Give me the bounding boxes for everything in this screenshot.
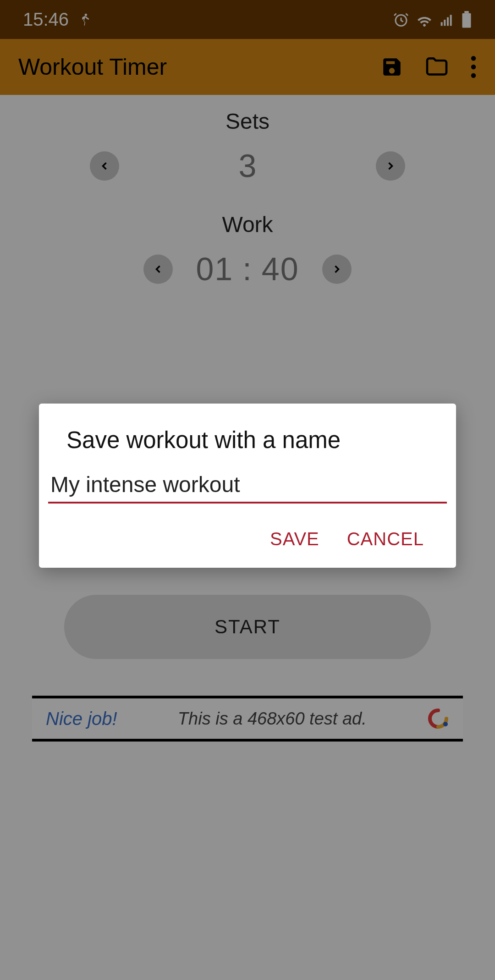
dialog-overlay[interactable]: Save workout with a name SAVE CANCEL bbox=[0, 0, 495, 980]
dialog-actions: SAVE CANCEL bbox=[39, 504, 456, 554]
cancel-button[interactable]: CANCEL bbox=[347, 529, 424, 549]
dialog-title: Save workout with a name bbox=[39, 426, 456, 470]
workout-name-input[interactable] bbox=[48, 470, 447, 504]
save-button[interactable]: SAVE bbox=[270, 529, 319, 549]
save-dialog: Save workout with a name SAVE CANCEL bbox=[39, 404, 456, 568]
